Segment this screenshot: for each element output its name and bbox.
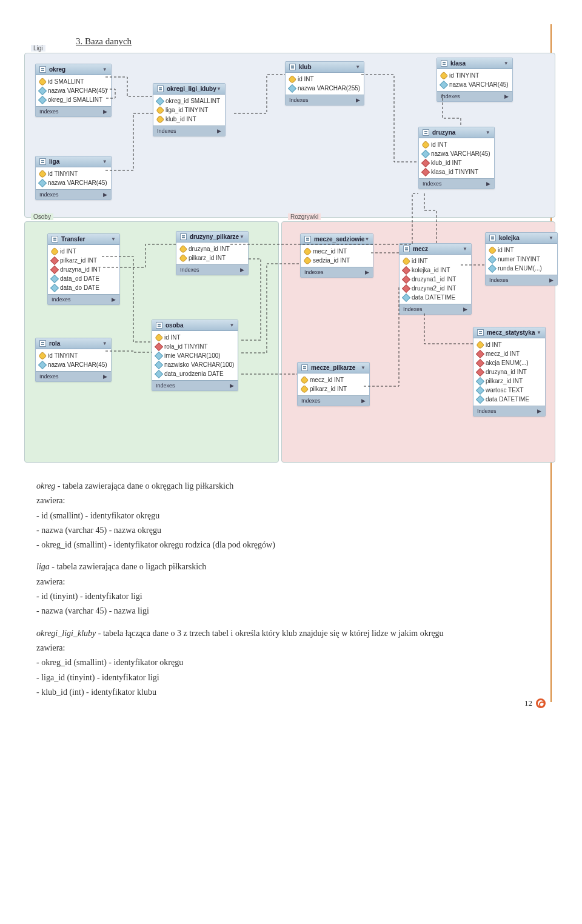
- field-label: kolejka_id INT: [412, 267, 450, 273]
- table-header[interactable]: druzyna▼: [419, 127, 494, 138]
- table-mecz-statystyka[interactable]: mecz_statystyka▼id INTmecz_id INTakcja E…: [473, 327, 546, 417]
- table-klasa[interactable]: klasa▼id TINYINTnazwa VARCHAR(45)Indexes…: [436, 58, 513, 102]
- table-indexes-footer[interactable]: Indexes▶: [298, 395, 369, 406]
- table-druzyna[interactable]: druzyna▼id INTnazwa VARCHAR(45)klub_id I…: [418, 127, 495, 189]
- table-header[interactable]: mecz▼: [400, 244, 471, 255]
- table-indexes-footer[interactable]: Indexes▶: [473, 406, 545, 416]
- table-okregi-ligi-kluby[interactable]: okregi_ligi_kluby▼okreg_id SMALLINTliga_…: [153, 83, 226, 136]
- chevron-right-icon[interactable]: ▶: [549, 277, 554, 283]
- chevron-right-icon[interactable]: ▶: [356, 97, 360, 103]
- table-field: data_do DATE: [48, 283, 119, 292]
- table-mecze-sedziowie[interactable]: mecze_sedziowie▼mecz_id INTsedzia_id INT…: [300, 233, 373, 278]
- table-okreg[interactable]: okreg▼id SMALLINTnazwa VARCHAR(45)okreg_…: [35, 64, 112, 117]
- table-header[interactable]: mecze_sedziowie▼: [301, 234, 373, 245]
- chevron-right-icon[interactable]: ▶: [112, 296, 116, 303]
- table-field: id INT: [473, 340, 545, 349]
- chevron-down-icon[interactable]: ▼: [463, 246, 467, 252]
- table-rola[interactable]: rola▼id TINYINTnazwa VARCHAR(45)Indexes▶: [35, 338, 112, 382]
- chevron-right-icon[interactable]: ▶: [463, 306, 467, 312]
- chevron-down-icon[interactable]: ▼: [355, 64, 360, 70]
- attr-icon: [155, 369, 163, 378]
- table-indexes-footer[interactable]: Indexes▶: [36, 106, 111, 116]
- chevron-down-icon[interactable]: ▼: [549, 235, 554, 241]
- table-icon: [156, 322, 162, 329]
- chevron-down-icon[interactable]: ▼: [102, 341, 107, 346]
- chevron-down-icon[interactable]: ▼: [102, 67, 107, 72]
- table-header[interactable]: okreg▼: [36, 64, 111, 75]
- table-header[interactable]: klub▼: [286, 62, 364, 73]
- chevron-right-icon[interactable]: ▶: [217, 128, 221, 134]
- chevron-right-icon[interactable]: ▶: [230, 383, 234, 389]
- table-indexes-footer[interactable]: Indexes▶: [153, 126, 225, 136]
- chevron-down-icon[interactable]: ▼: [229, 323, 234, 328]
- chevron-down-icon[interactable]: ▼: [537, 330, 541, 335]
- chevron-down-icon[interactable]: ▼: [111, 236, 116, 242]
- desc-line: - id (tinyint) - identyfikator ligi: [36, 591, 546, 603]
- chevron-down-icon[interactable]: ▼: [504, 61, 509, 66]
- indexes-label: Indexes: [423, 181, 442, 187]
- fk-icon: [476, 358, 484, 367]
- table-klub[interactable]: klub▼id INTnazwa VARCHAR(255)Indexes▶: [285, 61, 364, 105]
- chevron-right-icon[interactable]: ▶: [103, 192, 107, 198]
- table-name: liga: [49, 158, 59, 165]
- table-indexes-footer[interactable]: Indexes▶: [301, 267, 373, 277]
- table-header[interactable]: Transfer▼: [48, 234, 119, 245]
- chevron-down-icon[interactable]: ▼: [239, 234, 244, 239]
- table-icon: [423, 129, 429, 136]
- table-mecze-pilkarze[interactable]: mecze_pilkarze▼mecz_id INTpilkarz_id INT…: [297, 362, 370, 406]
- fk-icon: [421, 158, 430, 167]
- table-indexes-footer[interactable]: Indexes▶: [286, 95, 364, 105]
- chevron-right-icon[interactable]: ▶: [103, 373, 107, 380]
- chevron-right-icon[interactable]: ▶: [486, 181, 490, 187]
- chevron-right-icon[interactable]: ▶: [504, 93, 509, 99]
- desc-line: - liga_id (tinyint) - identyfikator ligi: [36, 672, 546, 684]
- table-header[interactable]: liga▼: [36, 156, 111, 167]
- chevron-down-icon[interactable]: ▼: [216, 86, 221, 92]
- table-kolejka[interactable]: kolejka▼id INTnumer TINYINTrunda ENUM(..…: [485, 232, 558, 286]
- table-mecz[interactable]: mecz▼id INTkolejka_id INTdruzyna1_id INT…: [399, 243, 472, 315]
- table-indexes-footer[interactable]: Indexes▶: [36, 371, 111, 381]
- chevron-down-icon[interactable]: ▼: [364, 236, 369, 242]
- table-indexes-footer[interactable]: Indexes▶: [152, 380, 238, 390]
- table-header[interactable]: druzyny_pilkarze▼: [176, 232, 248, 243]
- table-header[interactable]: mecze_pilkarze▼: [298, 363, 369, 373]
- field-label: id TINYINT: [48, 170, 78, 177]
- table-header[interactable]: okregi_ligi_kluby▼: [153, 84, 225, 95]
- field-label: id TINYINT: [48, 352, 78, 359]
- table-transfer[interactable]: Transfer▼id INTpilkarz_id INTdruzyna_id …: [47, 233, 120, 305]
- table-header[interactable]: osoba▼: [152, 320, 238, 331]
- field-label: klasa_id TINYINT: [431, 169, 478, 175]
- chevron-down-icon[interactable]: ▼: [486, 130, 490, 135]
- chevron-right-icon[interactable]: ▶: [103, 109, 107, 115]
- table-field: id TINYINT: [437, 71, 512, 80]
- table-indexes-footer[interactable]: Indexes▶: [486, 275, 557, 285]
- table-header[interactable]: mecz_statystyka▼: [473, 327, 545, 338]
- table-liga[interactable]: liga▼id TINYINTnazwa VARCHAR(45)Indexes▶: [35, 156, 112, 200]
- chevron-right-icon[interactable]: ▶: [240, 267, 244, 273]
- table-field: id INT: [486, 246, 557, 255]
- table-indexes-footer[interactable]: Indexes▶: [419, 178, 494, 189]
- desc-table-name: liga: [36, 562, 50, 571]
- table-indexes-footer[interactable]: Indexes▶: [176, 264, 248, 275]
- desc-title-line: liga - tabela zawierająca dane o ligach …: [36, 561, 546, 573]
- chevron-right-icon[interactable]: ▶: [361, 398, 366, 404]
- table-field: druzyna_id INT: [176, 244, 248, 253]
- key-icon: [38, 351, 47, 360]
- table-header[interactable]: klasa▼: [437, 58, 512, 69]
- table-field: data DATETIME: [473, 395, 545, 404]
- table-druzyny-pilkarze[interactable]: druzyny_pilkarze▼druzyna_id INTpilkarz_i…: [176, 231, 249, 275]
- table-indexes-footer[interactable]: Indexes▶: [400, 304, 471, 314]
- table-indexes-footer[interactable]: Indexes▶: [48, 294, 119, 304]
- table-indexes-footer[interactable]: Indexes▶: [437, 91, 512, 101]
- chevron-down-icon[interactable]: ▼: [361, 365, 366, 370]
- chevron-down-icon[interactable]: ▼: [102, 159, 107, 164]
- chevron-right-icon[interactable]: ▶: [537, 408, 541, 414]
- table-body: id INTpilkarz_id INTdruzyna_id INTdata_o…: [48, 245, 119, 294]
- table-osoba[interactable]: osoba▼id INTrola_id TINYINTimie VARCHAR(…: [152, 320, 238, 391]
- table-field: mecz_id INT: [301, 247, 373, 256]
- table-field: akcja ENUM(...): [473, 358, 545, 367]
- table-header[interactable]: rola▼: [36, 338, 111, 349]
- table-header[interactable]: kolejka▼: [486, 233, 557, 244]
- table-indexes-footer[interactable]: Indexes▶: [36, 189, 111, 199]
- chevron-right-icon[interactable]: ▶: [365, 269, 369, 275]
